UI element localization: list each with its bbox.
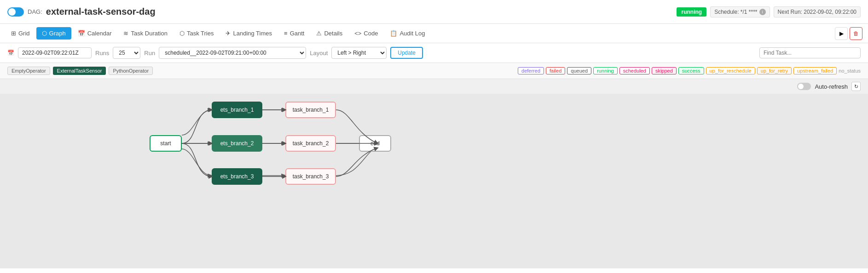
delete-button[interactable]: 🗑 bbox=[850, 27, 862, 40]
status-scheduled[interactable]: scheduled bbox=[619, 67, 650, 74]
node-ets-branch-1[interactable]: ets_branch_1 bbox=[212, 102, 262, 118]
graph-area[interactable]: start ets_branch_1 ets_branch_2 ets_bran… bbox=[0, 94, 868, 268]
layout-label: Layout bbox=[310, 50, 328, 57]
status-success[interactable]: success bbox=[678, 67, 704, 74]
autorefresh-label: Auto-refresh bbox=[815, 83, 848, 90]
schedule-info: Schedule: */1 **** i bbox=[710, 6, 770, 17]
tab-gantt-label: Gantt bbox=[290, 30, 305, 37]
dag-label: DAG: bbox=[28, 8, 42, 15]
header-left: DAG: external-task-sensor-dag bbox=[7, 6, 156, 17]
tab-details-label: Details bbox=[324, 30, 342, 37]
operator-python[interactable]: PythonOperator bbox=[109, 67, 153, 75]
tab-bar: ⊞ Grid ⬡ Graph 📅 Calendar ≋ Task Duratio… bbox=[0, 24, 868, 43]
grid-icon: ⊞ bbox=[11, 30, 16, 37]
node-ets-branch-3[interactable]: ets_branch_3 bbox=[212, 168, 262, 185]
task-duration-icon: ≋ bbox=[123, 30, 128, 37]
runs-select[interactable]: 25 bbox=[113, 47, 140, 59]
status-skipped[interactable]: skipped bbox=[652, 67, 677, 74]
refresh-button[interactable]: ↻ bbox=[851, 82, 861, 91]
calendar-icon: 📅 bbox=[78, 30, 85, 37]
tab-actions: ▶ 🗑 bbox=[835, 27, 862, 40]
status-deferred[interactable]: deferred bbox=[518, 67, 544, 74]
autorefresh-bar: Auto-refresh ↻ bbox=[0, 79, 868, 94]
tab-task-duration[interactable]: ≋ Task Duration bbox=[118, 27, 173, 40]
tab-calendar-label: Calendar bbox=[87, 30, 112, 37]
node-ets-branch-2[interactable]: ets_branch_2 bbox=[212, 135, 262, 152]
tab-code-label: Code bbox=[364, 30, 378, 37]
operator-external[interactable]: ExternalTaskSensor bbox=[53, 67, 106, 75]
task-tries-icon: ⬡ bbox=[179, 30, 185, 37]
node-task-branch-2[interactable]: task_branch_2 bbox=[285, 135, 336, 152]
status-running[interactable]: running bbox=[593, 67, 618, 74]
status-up-for-retry[interactable]: up_for_retry bbox=[757, 67, 792, 74]
gantt-icon: ≡ bbox=[284, 30, 288, 37]
graph-icon: ⬡ bbox=[42, 30, 47, 37]
tab-code[interactable]: <> Code bbox=[349, 27, 383, 40]
tab-landing-times[interactable]: ✈ Landing Times bbox=[220, 27, 278, 40]
status-no-status[interactable]: no_status bbox=[839, 68, 861, 74]
status-queued[interactable]: queued bbox=[567, 67, 591, 74]
tab-audit-log[interactable]: 📋 Audit Log bbox=[384, 27, 430, 40]
header: DAG: external-task-sensor-dag running Sc… bbox=[0, 0, 868, 24]
tab-task-duration-label: Task Duration bbox=[131, 30, 167, 37]
arrows-svg bbox=[0, 94, 868, 268]
tab-task-tries[interactable]: ⬡ Task Tries bbox=[174, 27, 220, 40]
tab-graph[interactable]: ⬡ Graph bbox=[36, 27, 71, 40]
dag-toggle[interactable] bbox=[7, 7, 24, 17]
status-failed[interactable]: failed bbox=[546, 67, 565, 74]
status-legend: deferred failed queued running scheduled… bbox=[518, 67, 861, 74]
node-task-branch-3[interactable]: task_branch_3 bbox=[285, 168, 336, 185]
dag-name: external-task-sensor-dag bbox=[46, 6, 156, 17]
node-end[interactable]: end bbox=[359, 135, 391, 152]
tab-task-tries-label: Task Tries bbox=[187, 30, 214, 37]
calendar-icon-toolbar: 📅 bbox=[7, 50, 14, 56]
tab-graph-label: Graph bbox=[49, 30, 66, 37]
toolbar: 📅 Runs 25 Run scheduled__2022-09-02T09:2… bbox=[0, 43, 868, 63]
audit-log-icon: 📋 bbox=[390, 30, 397, 37]
find-task-input[interactable] bbox=[759, 47, 861, 58]
schedule-label: Schedule: */1 **** bbox=[714, 9, 757, 15]
runs-label: Runs bbox=[95, 50, 109, 57]
tab-grid-label: Grid bbox=[18, 30, 30, 37]
node-task-branch-1[interactable]: task_branch_1 bbox=[285, 102, 336, 118]
tab-gantt[interactable]: ≡ Gantt bbox=[278, 27, 310, 40]
update-button[interactable]: Update bbox=[390, 47, 423, 59]
tab-calendar[interactable]: 📅 Calendar bbox=[72, 27, 117, 40]
landing-times-icon: ✈ bbox=[226, 30, 231, 37]
status-upstream-failed[interactable]: upstream_failed bbox=[793, 67, 837, 74]
tab-details[interactable]: ⚠ Details bbox=[311, 27, 348, 40]
filter-bar: EmptyOperator ExternalTaskSensor PythonO… bbox=[0, 63, 868, 79]
tab-audit-log-label: Audit Log bbox=[399, 30, 425, 37]
layout-select[interactable]: Left > Right Top > Bottom bbox=[331, 47, 387, 59]
node-start[interactable]: start bbox=[150, 135, 182, 152]
tab-grid[interactable]: ⊞ Grid bbox=[6, 27, 35, 40]
run-label: Run bbox=[144, 50, 155, 57]
next-run-info: Next Run: 2022-09-02, 09:22:00 bbox=[774, 6, 861, 17]
schedule-info-icon[interactable]: i bbox=[759, 9, 766, 15]
header-right: running Schedule: */1 **** i Next Run: 2… bbox=[677, 6, 861, 17]
status-up-for-reschedule[interactable]: up_for_reschedule bbox=[706, 67, 755, 74]
operator-empty[interactable]: EmptyOperator bbox=[7, 67, 50, 75]
operator-tags: EmptyOperator ExternalTaskSensor PythonO… bbox=[7, 67, 153, 75]
tab-landing-times-label: Landing Times bbox=[233, 30, 272, 37]
play-button[interactable]: ▶ bbox=[835, 27, 848, 40]
date-input[interactable] bbox=[18, 47, 92, 58]
code-icon: <> bbox=[354, 30, 361, 37]
running-status-badge: running bbox=[677, 7, 706, 17]
run-select[interactable]: scheduled__2022-09-02T09:21:00+00:00 bbox=[159, 47, 306, 59]
graph-svg bbox=[0, 94, 868, 268]
details-icon: ⚠ bbox=[316, 30, 322, 37]
autorefresh-toggle[interactable] bbox=[797, 83, 811, 90]
